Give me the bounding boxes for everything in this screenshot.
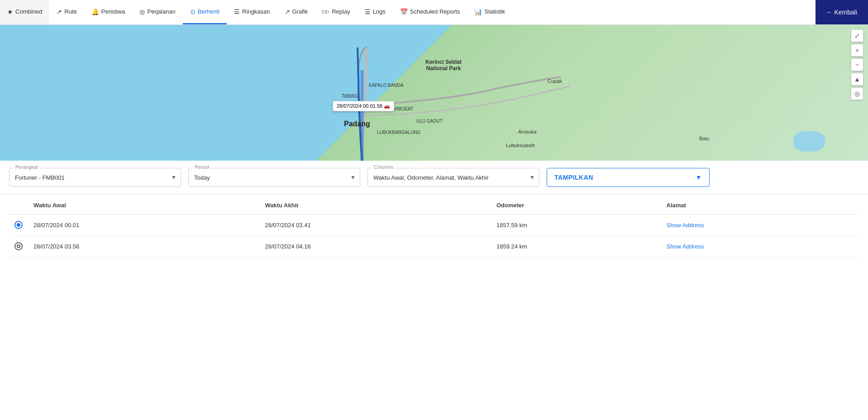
nav-peristiwa[interactable]: 🔔 Peristiwa [84, 0, 133, 24]
col-icon [9, 195, 28, 215]
col-waktu-awal: Waktu Awal [28, 195, 259, 215]
table-header-row: Waktu Awal Waktu Akhir Odometer Alamat [9, 195, 859, 215]
zoom-in-button[interactable]: + [851, 44, 863, 57]
waktu-awal-cell: 28/07/2024 03.56 [28, 236, 259, 257]
bell-icon: 🔔 [91, 8, 99, 15]
filter-area: Perangkat Fortuner - FMB001 ▼ Period Tod… [0, 161, 868, 195]
row-icon-cell [9, 236, 28, 257]
period-field: Period Today ▼ [188, 168, 360, 187]
col-alamat: Alamat [661, 195, 859, 215]
map-label-lubuk: LUBUKBARGALUNG [377, 130, 420, 135]
map-popup: 28/07/2024 00.01.58 🚗 [333, 101, 394, 111]
map-label-kapalo: KAPALO BANDA [369, 83, 404, 88]
filled-circle-icon [14, 221, 23, 229]
odometer-cell: 1859.24 km [491, 236, 661, 257]
replay-icon: ▷▷ [322, 9, 329, 14]
bar-chart-icon: 📊 [474, 8, 482, 15]
columns-field: Columns Waktu Awal, Odometer, Alamat, Wa… [367, 168, 539, 187]
route-icon: ↗ [57, 8, 62, 15]
alamat-cell: Show Address [661, 236, 859, 257]
zoom-out-button[interactable]: − [851, 58, 863, 71]
perangkat-select[interactable]: Fortuner - FMB001 [9, 168, 181, 187]
perangkat-label: Perangkat [14, 164, 40, 170]
nav-grafik[interactable]: ↗ Grafik [277, 0, 315, 24]
map-label-kerinci: Kerinci SeblatNational Park [425, 59, 462, 72]
stop-icon: ⊙ [190, 8, 196, 15]
table-area: Waktu Awal Waktu Akhir Odometer Alamat 2… [0, 195, 868, 257]
popup-text: 28/07/2024 00.01.58 [337, 103, 382, 109]
map-label-arosuka: Arosuka [518, 129, 536, 134]
tampilkan-button[interactable]: TAMPILKAN ▼ [547, 168, 710, 187]
tampilkan-chevron-icon: ▼ [696, 174, 702, 181]
period-select[interactable]: Today [188, 168, 360, 187]
nav-replay[interactable]: ▷▷ Replay [315, 0, 357, 24]
nav-perjalanan[interactable]: ◎ Perjalanan [132, 0, 182, 24]
show-address-link[interactable]: Show Address [666, 243, 704, 250]
map-label-padang: Padang [344, 120, 370, 128]
logs-icon: ☰ [365, 8, 371, 15]
waktu-akhir-cell: 28/07/2024 04.16 [259, 236, 491, 257]
map-lake [793, 131, 825, 152]
col-waktu-akhir: Waktu Akhir [259, 195, 491, 215]
row-icon-cell [9, 215, 28, 236]
col-odometer: Odometer [491, 195, 661, 215]
trip-icon: ◎ [139, 8, 145, 15]
period-label: Period [193, 164, 211, 170]
perangkat-field: Perangkat Fortuner - FMB001 ▼ [9, 168, 181, 187]
map-label-tabing: TABING [342, 94, 358, 99]
alamat-cell: Show Address [661, 215, 859, 236]
columns-select[interactable]: Waktu Awal, Odometer, Alamat, Waktu Akhi… [367, 168, 539, 187]
map-label-cupak: Cupak [548, 78, 562, 84]
kembali-button[interactable]: ← Kembali [816, 0, 868, 24]
nav-combined[interactable]: ★ Combined [0, 0, 49, 24]
star-icon: ★ [7, 8, 13, 15]
nav-logs[interactable]: ☰ Logs [358, 0, 393, 24]
nav-ringkasan[interactable]: ☰ Ringkasan [227, 0, 277, 24]
map-label-ulu-gadut: ULU GADUT [416, 119, 443, 124]
nav-scheduled[interactable]: 📅 Scheduled Reports [393, 0, 467, 24]
nav-berhenti[interactable]: ⊙ Berhenti [183, 0, 227, 24]
navbar: ★ Combined ↗ Rute 🔔 Peristiwa ◎ Perjalan… [0, 0, 868, 25]
calendar-icon: 📅 [400, 8, 408, 15]
waktu-awal-cell: 28/07/2024 00.01 [28, 215, 259, 236]
popup-car-icon: 🚗 [384, 103, 390, 109]
chart-icon: ↗ [285, 8, 290, 15]
map-label-batu: Batu [699, 136, 710, 141]
nav-statistik[interactable]: 📊 Statistik [467, 0, 512, 24]
map-controls: ⤢ + − ▲ ◎ [851, 29, 863, 100]
location-button[interactable]: ◎ [851, 87, 863, 100]
waktu-akhir-cell: 28/07/2024 03.41 [259, 215, 491, 236]
stops-table: Waktu Awal Waktu Akhir Odometer Alamat 2… [9, 195, 859, 257]
columns-label: Columns [372, 164, 395, 170]
map-area: Kerinci SeblatNational Park Cupak KAPALO… [0, 25, 868, 161]
outline-circle-icon [14, 242, 23, 250]
nav-rute[interactable]: ↗ Rute [49, 0, 84, 24]
table-row: 28/07/2024 03.5628/07/2024 04.161859.24 … [9, 236, 859, 257]
map-label-lubuksulasih: Lubuksulasih [506, 143, 535, 148]
fullscreen-button[interactable]: ⤢ [851, 29, 863, 42]
table-row: 28/07/2024 00.0128/07/2024 03.411857.59 … [9, 215, 859, 236]
map-svg [0, 25, 868, 161]
odometer-cell: 1857.59 km [491, 215, 661, 236]
summary-icon: ☰ [234, 8, 240, 15]
show-address-link[interactable]: Show Address [666, 222, 704, 229]
north-button[interactable]: ▲ [851, 73, 863, 86]
